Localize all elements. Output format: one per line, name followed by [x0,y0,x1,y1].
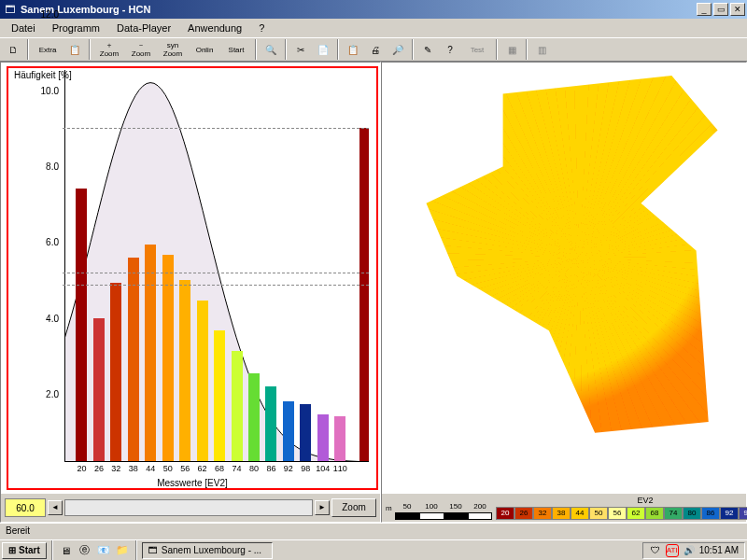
scale-unit: m [386,504,395,512]
histogram-footer: 60.0 ◄ ► Zoom [1,494,380,522]
map-heatmap-shape [426,76,733,440]
zoom-in-button[interactable]: ＋ Zoom [93,39,125,60]
histogram-bar [214,330,225,462]
histogram-bar [317,414,329,462]
x-tick: 38 [129,464,138,473]
help-icon[interactable]: ? [439,39,461,60]
palette-cell[interactable]: 44 [571,507,589,520]
menu-data-player[interactable]: Data-Player [109,21,178,35]
menu-datei[interactable]: Datei [4,21,43,35]
palette-cell[interactable]: 20 [496,507,514,520]
histogram-bar [265,386,276,462]
minimize-button[interactable]: _ [697,3,712,16]
menu-help[interactable]: ? [251,21,272,35]
palette-cell[interactable]: 26 [514,507,533,520]
x-tick: 104 [316,464,330,473]
edit-icon[interactable]: ✎ [416,39,439,60]
histogram-bar [334,416,345,462]
histogram-bar [110,283,121,462]
copy2-icon: 📄 [312,39,334,60]
color-palette-wrap: EV2 2026323844505662687480869298104110 [496,496,747,520]
taskbar-app-button[interactable]: 🗔 Sanem Luxembourg - ... [142,542,273,559]
search-icon[interactable]: 🔍 [260,39,282,60]
toolbar: 🗋Extra📋＋ Zoom－ Zoomsyn ZoomOnlinStart🔍✂📄… [0,37,747,62]
new-icon[interactable]: 🗋 [2,39,24,60]
quicklaunch-explorer-icon[interactable]: 📁 [114,542,131,559]
x-tick: 68 [215,464,224,473]
current-value-box[interactable]: 60.0 [5,498,46,517]
x-tick: 92 [284,464,293,473]
zoom-button[interactable]: Zoom [331,498,376,517]
scroll-right-button[interactable]: ► [315,500,330,515]
x-axis-label: Messwerte [EV2] [8,478,376,488]
x-tick: 44 [146,464,155,473]
start-menu-button[interactable]: ⊞ Start [2,542,47,559]
palette-cell[interactable]: 50 [589,507,608,520]
x-tick: 26 [94,464,104,473]
grid1-icon: ▦ [500,39,523,60]
x-axis-line [64,461,369,462]
start-label: Start [19,545,40,555]
palette-title: EV2 [496,496,747,505]
start-button[interactable]: Start [220,39,252,60]
palette-cell[interactable]: 62 [627,507,645,520]
window-titlebar: 🗔 Sanem Luxembourg - HCN _ ▭ ✕ [0,0,747,19]
tray-volume-icon[interactable]: 🔊 [683,544,696,557]
palette-cell[interactable]: 74 [664,507,683,520]
scale-50: 50 [395,502,419,511]
palette-cell[interactable]: 92 [720,507,739,520]
print-icon[interactable]: 🖨 [364,39,387,60]
windows-icon: ⊞ [8,545,16,555]
close-button[interactable]: ✕ [730,3,745,16]
x-tick: 80 [249,464,259,473]
menu-bar: Datei Programm Data-Player Anwendung ? [0,19,747,37]
map-panel: m 50 100 150 200 EV2 2026323844505662687… [381,62,747,523]
x-tick: 74 [233,464,242,473]
histogram-bar [197,301,208,462]
dashed-ref-line [63,285,369,286]
chart-frame: Häufigkeit [%] 2.04.06.08.010.012.014.0 … [7,66,378,490]
maximize-button[interactable]: ▭ [713,3,728,16]
histogram-bar [248,373,260,462]
palette-cell[interactable]: 80 [683,507,701,520]
map-scale: m 50 100 150 200 [386,504,492,520]
palette-cell[interactable]: 32 [533,507,552,520]
tray-shield-icon[interactable]: 🛡 [649,544,662,557]
x-tick: 98 [301,464,310,473]
scale-200: 200 [468,502,492,511]
palette-cell[interactable]: 38 [552,507,571,520]
quicklaunch-outlook-icon[interactable]: 📧 [95,542,112,559]
taskbar-app-label: Sanem Luxembourg - ... [162,545,261,555]
tray-ati-icon[interactable]: ATI [666,544,679,557]
palette-cell[interactable]: 56 [608,507,627,520]
cut-icon[interactable]: ✂ [289,39,312,60]
copy-icon[interactable]: 📋 [63,39,86,60]
zoom-syn-button[interactable]: syn Zoom [157,39,189,60]
quicklaunch-desktop-icon[interactable]: 🖥 [58,542,75,559]
histogram-bar [128,258,139,462]
online-button[interactable]: Onlin [189,39,220,60]
map-canvas[interactable] [386,66,742,490]
palette-cell[interactable]: 98 [739,507,747,520]
grid2-icon: ▥ [530,39,553,60]
quicklaunch-ie-icon[interactable]: ⓔ [77,542,93,559]
preview-icon[interactable]: 🔎 [387,39,409,60]
histogram-bar [232,351,243,462]
histogram-panel: Häufigkeit [%] 2.04.06.08.010.012.014.0 … [0,62,381,523]
scroll-track[interactable] [64,499,313,516]
x-tick: 86 [266,464,275,473]
tray-clock: 10:51 AM [699,545,739,555]
test-button: Test [461,39,493,60]
palette-cell[interactable]: 68 [645,507,664,520]
map-footer: m 50 100 150 200 EV2 2026323844505662687… [382,494,746,522]
y-axis-ticks: 2.04.06.08.010.012.014.0 [8,70,63,462]
menu-anwendung[interactable]: Anwendung [180,21,249,35]
taskbar: ⊞ Start 🖥 ⓔ 📧 📁 🗔 Sanem Luxembourg - ...… [0,539,747,560]
status-bar: Bereit [0,523,747,539]
dashed-ref-line [63,273,369,273]
zoom-out-button[interactable]: － Zoom [125,39,157,60]
scroll-left-button[interactable]: ◄ [48,500,63,515]
system-tray: 🛡 ATI 🔊 10:51 AM [642,542,745,559]
palette-cell[interactable]: 86 [701,507,720,520]
histogram-bar [76,189,87,462]
